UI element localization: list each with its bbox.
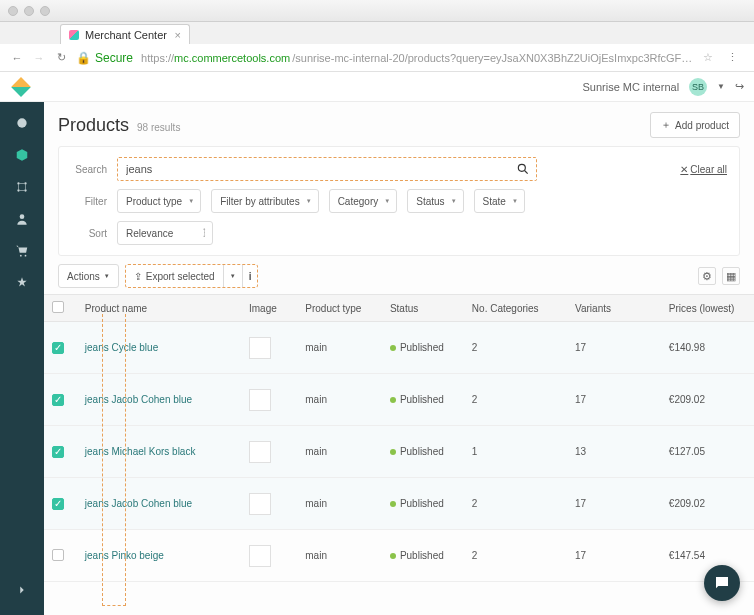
bookmark-icon[interactable]: ☆ <box>703 51 713 64</box>
sidebar <box>0 102 44 615</box>
table-row[interactable]: ✓jeans Cycle bluemainPublished217€140.98… <box>44 322 754 374</box>
browser-tab[interactable]: Merchant Center × <box>60 24 190 44</box>
sidebar-products[interactable] <box>0 140 44 170</box>
table-row[interactable]: ✓jeans Jacob Cohen bluemainPublished217€… <box>44 374 754 426</box>
filter-product-type[interactable]: Product type <box>117 189 201 213</box>
filter-category[interactable]: Category <box>329 189 398 213</box>
tab-close-icon[interactable]: × <box>175 29 181 41</box>
svg-point-0 <box>17 118 26 127</box>
svg-point-8 <box>518 164 525 171</box>
table-row[interactable]: ✓jeans Michael Kors blackmainPublished11… <box>44 426 754 478</box>
filter-status[interactable]: Status <box>407 189 463 213</box>
top-bar-right: Sunrise MC internal SB ▼ ↪ <box>582 78 744 96</box>
chevron-down-icon: ▼ <box>104 273 110 279</box>
sort-select[interactable]: Relevance ↑↓ <box>117 221 213 245</box>
filter-attributes[interactable]: Filter by attributes <box>211 189 318 213</box>
col-variants[interactable]: Variants <box>567 295 661 322</box>
sidebar-customers[interactable] <box>0 204 44 234</box>
avatar[interactable]: SB <box>689 78 707 96</box>
variants-cell: 17 <box>567 478 661 530</box>
search-input[interactable] <box>118 158 536 180</box>
filter-state[interactable]: State <box>474 189 525 213</box>
clear-all-link[interactable]: ✕ Clear all <box>680 164 727 175</box>
product-image-placeholder <box>249 389 271 411</box>
search-box[interactable] <box>117 157 537 181</box>
url-bar[interactable]: https://mc.commercetools.com/sunrise-mc-… <box>141 52 695 64</box>
col-product-name[interactable]: Product name <box>77 295 241 322</box>
variants-cell: 17 <box>567 530 661 582</box>
main-content: Products 98 results ＋ Add product Search… <box>44 102 754 615</box>
add-product-button[interactable]: ＋ Add product <box>650 112 740 138</box>
col-categories[interactable]: No. Categories <box>464 295 567 322</box>
variants-cell: 13 <box>567 426 661 478</box>
col-product-type[interactable]: Product type <box>297 295 382 322</box>
status-cell: Published <box>382 478 464 530</box>
lock-icon: 🔒 <box>76 51 91 65</box>
tab-strip: Merchant Center × <box>0 22 754 44</box>
sidebar-collapse[interactable] <box>0 575 44 605</box>
actions-button[interactable]: Actions ▼ <box>58 264 119 288</box>
product-type-cell: main <box>297 426 382 478</box>
column-settings-icon[interactable]: ⚙ <box>698 267 716 285</box>
sidebar-categories[interactable] <box>0 172 44 202</box>
intercom-chat-button[interactable] <box>704 565 740 601</box>
product-name-cell[interactable]: jeans Jacob Cohen blue <box>77 478 241 530</box>
commercetools-logo[interactable] <box>11 77 31 97</box>
svg-point-4 <box>24 189 26 191</box>
table-layout-icon[interactable]: ▦ <box>722 267 740 285</box>
page-header: Products 98 results ＋ Add product <box>44 102 754 146</box>
row-checkbox[interactable]: ✓ <box>52 394 64 406</box>
table-wrap: Product name Image Product type Status N… <box>44 294 754 582</box>
svg-point-5 <box>20 214 25 219</box>
export-info-button[interactable]: i <box>243 265 258 287</box>
close-icon: ✕ <box>680 164 688 175</box>
product-name-cell[interactable]: jeans Cycle blue <box>77 322 241 374</box>
categories-cell: 2 <box>464 322 567 374</box>
export-selected-button[interactable]: ⇪ Export selected <box>126 265 223 287</box>
back-icon[interactable]: ← <box>10 52 24 64</box>
categories-cell: 2 <box>464 478 567 530</box>
chevron-down-icon[interactable]: ▼ <box>717 82 725 91</box>
macos-titlebar <box>0 0 754 22</box>
row-checkbox[interactable]: ✓ <box>52 446 64 458</box>
sidebar-discounts[interactable] <box>0 268 44 298</box>
search-icon[interactable] <box>516 162 530 178</box>
categories-cell: 2 <box>464 374 567 426</box>
product-type-cell: main <box>297 374 382 426</box>
table-row[interactable]: ✓jeans Jacob Cohen bluemainPublished217€… <box>44 478 754 530</box>
maximize-light[interactable] <box>40 6 50 16</box>
price-cell: €209.02 <box>661 478 754 530</box>
table-row[interactable]: jeans Pinko beigemainPublished217€147.54 <box>44 530 754 582</box>
col-image[interactable]: Image <box>241 295 297 322</box>
select-all-checkbox[interactable] <box>52 301 64 313</box>
sidebar-orders[interactable] <box>0 236 44 266</box>
forward-icon[interactable]: → <box>32 52 46 64</box>
status-cell: Published <box>382 322 464 374</box>
view-options: ⚙ ▦ <box>698 267 740 285</box>
sort-direction-icon: ↑↓ <box>202 229 206 237</box>
sidebar-dashboard[interactable] <box>0 108 44 138</box>
export-menu-button[interactable]: ▼ <box>224 265 242 287</box>
search-label: Search <box>71 164 107 175</box>
svg-point-2 <box>24 182 26 184</box>
page-title: Products 98 results <box>58 115 180 136</box>
logout-icon[interactable]: ↪ <box>735 80 744 93</box>
product-image-placeholder <box>249 493 271 515</box>
product-name-cell[interactable]: jeans Michael Kors black <box>77 426 241 478</box>
col-status[interactable]: Status <box>382 295 464 322</box>
row-checkbox[interactable] <box>52 549 64 561</box>
svg-point-3 <box>17 189 19 191</box>
reload-icon[interactable]: ↻ <box>54 51 68 64</box>
project-name[interactable]: Sunrise MC internal <box>582 81 679 93</box>
minimize-light[interactable] <box>24 6 34 16</box>
row-checkbox[interactable]: ✓ <box>52 498 64 510</box>
close-light[interactable] <box>8 6 18 16</box>
status-cell: Published <box>382 374 464 426</box>
price-cell: €209.02 <box>661 374 754 426</box>
row-checkbox[interactable]: ✓ <box>52 342 64 354</box>
browser-menu-icon[interactable]: ⋮ <box>721 51 744 64</box>
col-prices[interactable]: Prices (lowest) <box>661 295 754 322</box>
product-name-cell[interactable]: jeans Pinko beige <box>77 530 241 582</box>
traffic-lights <box>8 6 50 16</box>
product-name-cell[interactable]: jeans Jacob Cohen blue <box>77 374 241 426</box>
